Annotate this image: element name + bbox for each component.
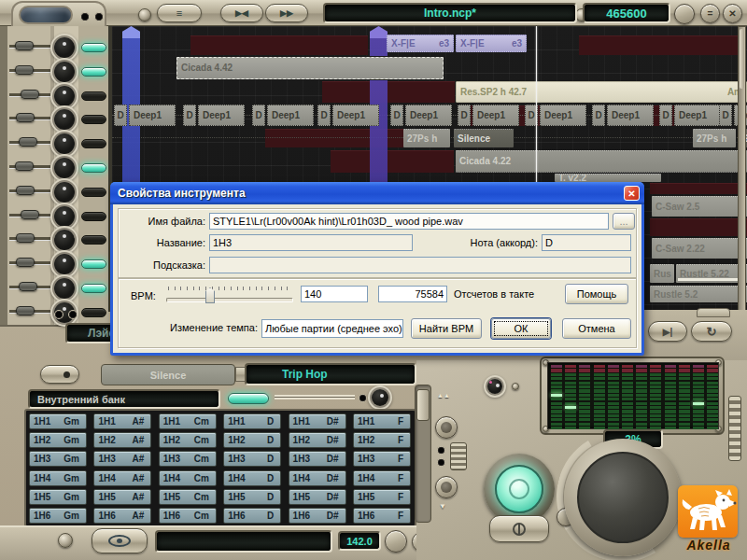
- rack-knob[interactable]: [54, 230, 75, 250]
- clip-deep1[interactable]: Deep1: [198, 105, 245, 126]
- pad-cell[interactable]: 1H4D#: [289, 470, 346, 486]
- rack-knob[interactable]: [54, 37, 75, 58]
- tempo-combobox[interactable]: Любые партии (среднее эхо) ▼: [261, 319, 403, 338]
- bank-slider-track[interactable]: [275, 395, 355, 399]
- rack-knob[interactable]: [54, 278, 75, 299]
- pad-cell[interactable]: 1H2D#: [289, 432, 346, 448]
- rack-slider-thumb[interactable]: [16, 186, 35, 195]
- counts-input[interactable]: 75584: [378, 286, 447, 302]
- clip-rustle-5-2[interactable]: Rustle 5.2: [650, 286, 747, 302]
- clip-res-sp2-h-42-7[interactable]: Res.SP2 h 42.7Am: [456, 81, 747, 103]
- pad-cell[interactable]: 1H3D: [223, 451, 281, 467]
- find-bpm-button[interactable]: Найти BPM: [411, 318, 482, 339]
- clip-d[interactable]: D: [659, 105, 672, 126]
- pad-cell[interactable]: 1H4F: [353, 470, 411, 486]
- clip-d[interactable]: D: [390, 105, 403, 126]
- help-button[interactable]: Помощь: [565, 284, 628, 304]
- pad-cell[interactable]: 1H1Cm: [159, 413, 217, 429]
- clip-deep1[interactable]: Deep1: [472, 105, 519, 126]
- hint-field[interactable]: [209, 257, 631, 273]
- pad-cell[interactable]: 1H3Gm: [29, 451, 87, 467]
- pad-cell[interactable]: 1H4Cm: [159, 470, 217, 486]
- dialog-close-button[interactable]: ✕: [624, 186, 640, 201]
- rack-knob[interactable]: [54, 133, 75, 154]
- clip-d[interactable]: D: [114, 105, 127, 126]
- clip-27ps-h[interactable]: 27Ps h: [403, 129, 450, 147]
- rack-slider-thumb[interactable]: [15, 65, 34, 75]
- pad-cell[interactable]: 1H1F: [353, 413, 411, 429]
- rack-slider-thumb[interactable]: [19, 137, 37, 147]
- nudge-down-button[interactable]: [435, 476, 458, 498]
- clip-silence[interactable]: Silence: [454, 129, 514, 147]
- pad-cell[interactable]: 1H1D: [223, 413, 281, 429]
- pad-cell[interactable]: 1H6A#: [93, 508, 151, 524]
- pad-cell[interactable]: 1H5A#: [93, 489, 151, 505]
- pad-cell[interactable]: 1H1Gm: [29, 413, 87, 429]
- pad-cell[interactable]: 1H2A#: [93, 432, 151, 448]
- rack-knob[interactable]: [54, 182, 75, 203]
- transport-forward-button[interactable]: ▶▶: [265, 4, 308, 22]
- rack-slider-thumb[interactable]: [16, 113, 35, 122]
- round-button[interactable]: [385, 530, 407, 553]
- clip-d[interactable]: D: [317, 105, 331, 126]
- pad-cell[interactable]: 1H2Gm: [29, 432, 87, 448]
- clip-rus[interactable]: Rus: [650, 264, 674, 283]
- pad-cell[interactable]: 1H4A#: [93, 470, 151, 486]
- pad-cell[interactable]: 1H3F: [353, 451, 411, 467]
- transport-menu-button[interactable]: ≡: [157, 4, 202, 22]
- clip-deep1[interactable]: Deep1: [267, 105, 314, 126]
- clip-deep1[interactable]: Deep1: [332, 105, 379, 126]
- pad-cell[interactable]: 1H6Gm: [29, 508, 87, 524]
- pad-cell[interactable]: 1H2F: [353, 432, 411, 448]
- rack-knob[interactable]: [54, 86, 75, 106]
- pad-cell[interactable]: 1H1A#: [93, 413, 151, 429]
- rack-knob[interactable]: [54, 109, 75, 130]
- sequencer-scrollbar[interactable]: [738, 26, 746, 312]
- rack-knob[interactable]: [54, 254, 75, 274]
- transport-rewind-button[interactable]: ▶◀: [220, 4, 263, 22]
- pad-cell[interactable]: 1H5D#: [289, 489, 346, 505]
- clip-deep1[interactable]: Deep1: [405, 105, 452, 126]
- pad-cell[interactable]: 1H4Gm: [29, 470, 87, 486]
- minimize-button[interactable]: =: [700, 4, 720, 23]
- nudge-up-button[interactable]: [435, 416, 458, 439]
- clip-d[interactable]: D: [592, 105, 605, 126]
- tab-active-display[interactable]: Trip Hop: [245, 363, 416, 385]
- combo-arrow-icon[interactable]: ▼: [402, 320, 403, 337]
- dialog-titlebar[interactable]: Свойства инструмента: [110, 182, 644, 204]
- rack-knob[interactable]: [54, 206, 75, 227]
- pad-cell[interactable]: 1H2Cm: [159, 432, 217, 448]
- note-field[interactable]: D: [542, 234, 631, 251]
- clip-cicada-4-42[interactable]: Cicada 4.42: [176, 57, 444, 79]
- clip-d[interactable]: D: [252, 105, 265, 126]
- clip-t-v2-2[interactable]: T. v2.2: [555, 174, 661, 182]
- loop-button[interactable]: ↻: [691, 321, 732, 342]
- rack-slider-thumb[interactable]: [15, 161, 34, 171]
- tab-silence[interactable]: Silence: [101, 364, 235, 385]
- clip-rustle-5-22[interactable]: Rustle 5.22: [676, 264, 747, 283]
- pad-cell[interactable]: 1H1D#: [289, 413, 346, 429]
- pad-cell[interactable]: 1H6D: [223, 508, 281, 524]
- mini-tab[interactable]: [697, 308, 730, 317]
- rack-slider-thumb[interactable]: [21, 90, 39, 99]
- pad-cell[interactable]: 1H5Gm: [29, 489, 87, 505]
- glow-button[interactable]: [495, 465, 543, 513]
- clip-cicada-4-22[interactable]: Cicada 4.22: [456, 150, 747, 173]
- bpm-input[interactable]: 140: [301, 286, 368, 302]
- rack-slider-thumb[interactable]: [16, 306, 35, 315]
- pad-cell[interactable]: 1H5D: [223, 489, 281, 505]
- rack-slider-thumb[interactable]: [15, 41, 34, 50]
- pad-cell[interactable]: 1H6Cm: [159, 508, 217, 524]
- view-button[interactable]: [92, 528, 148, 553]
- browse-button[interactable]: ...: [613, 213, 635, 230]
- rack-knob[interactable]: [54, 62, 75, 82]
- clip-d[interactable]: D: [458, 105, 471, 126]
- clip-d[interactable]: D: [183, 105, 196, 126]
- cancel-button[interactable]: Отмена: [562, 318, 631, 339]
- rack-knob[interactable]: [54, 158, 75, 178]
- clip-x-f-e[interactable]: X-F|Ee3: [456, 35, 527, 52]
- clip-deep1[interactable]: Deep1: [129, 105, 176, 126]
- vertical-slider-track[interactable]: [415, 385, 431, 523]
- pad-cell[interactable]: 1H3D#: [289, 451, 346, 467]
- clip-deep1[interactable]: Deep1: [674, 105, 721, 126]
